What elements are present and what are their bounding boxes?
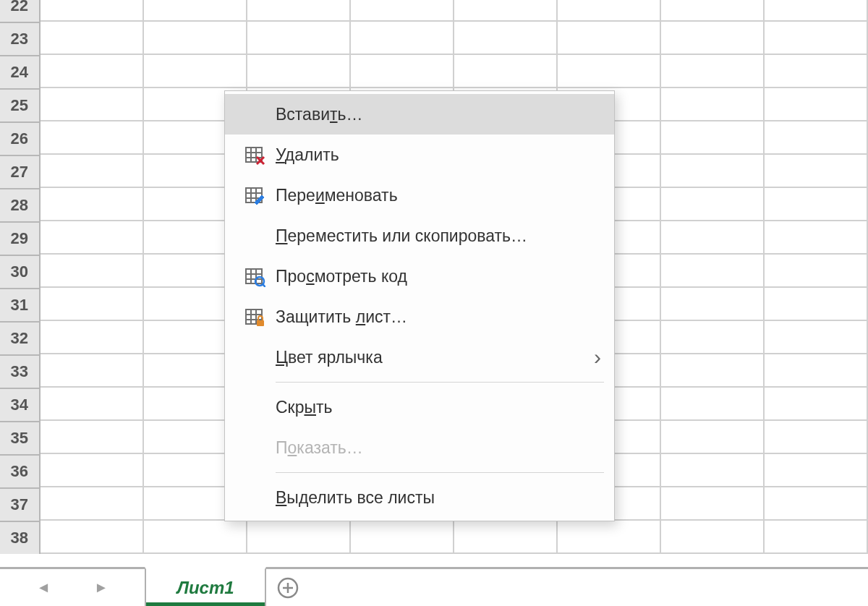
row-header[interactable]: 35 bbox=[0, 421, 41, 454]
grid-cell[interactable] bbox=[41, 288, 144, 321]
grid-cell[interactable] bbox=[661, 0, 765, 22]
grid-cell[interactable] bbox=[765, 487, 868, 521]
grid-cell[interactable] bbox=[41, 221, 144, 255]
grid-cell[interactable] bbox=[144, 55, 247, 88]
menu-item-select-all-sheets[interactable]: Выделить все листы bbox=[225, 477, 614, 518]
grid-cell[interactable] bbox=[144, 0, 247, 22]
row-header[interactable]: 36 bbox=[0, 454, 41, 487]
grid-cell[interactable] bbox=[41, 22, 144, 55]
grid-cell[interactable] bbox=[765, 354, 868, 388]
grid-cell[interactable] bbox=[454, 22, 558, 55]
grid-cell[interactable] bbox=[41, 321, 144, 354]
grid-cell[interactable] bbox=[765, 321, 868, 354]
grid-cell[interactable] bbox=[41, 55, 144, 88]
row-header[interactable]: 24 bbox=[0, 55, 41, 88]
grid-cell[interactable] bbox=[765, 55, 868, 88]
grid-cell[interactable] bbox=[765, 288, 868, 321]
row-header[interactable]: 32 bbox=[0, 321, 41, 354]
grid-cell[interactable] bbox=[247, 55, 351, 88]
row-header[interactable]: 33 bbox=[0, 354, 41, 388]
grid-cell[interactable] bbox=[351, 0, 454, 22]
grid-cell[interactable] bbox=[351, 55, 454, 88]
row-header[interactable]: 31 bbox=[0, 288, 41, 321]
grid-cell[interactable] bbox=[558, 55, 661, 88]
grid-cell[interactable] bbox=[765, 421, 868, 454]
grid-cell[interactable] bbox=[661, 121, 765, 155]
grid-cell[interactable] bbox=[41, 88, 144, 121]
grid-cell[interactable] bbox=[765, 22, 868, 55]
grid-cell[interactable] bbox=[41, 0, 144, 22]
row-header[interactable]: 30 bbox=[0, 255, 41, 288]
grid-cell[interactable] bbox=[41, 388, 144, 421]
sheet-nav-arrows[interactable]: ◄ ► bbox=[0, 569, 145, 606]
grid-cell[interactable] bbox=[41, 521, 144, 554]
row-header[interactable]: 25 bbox=[0, 88, 41, 121]
menu-item-rename[interactable]: Переименовать bbox=[225, 175, 614, 215]
grid-cell[interactable] bbox=[661, 188, 765, 221]
menu-item-move-or-copy[interactable]: Переместить или скопировать… bbox=[225, 215, 614, 256]
grid-cell[interactable] bbox=[351, 521, 454, 554]
grid-cell[interactable] bbox=[661, 421, 765, 454]
grid-cell[interactable] bbox=[765, 221, 868, 255]
grid-cell[interactable] bbox=[41, 487, 144, 521]
grid-cell[interactable] bbox=[765, 521, 868, 554]
grid-cell[interactable] bbox=[765, 388, 868, 421]
grid-cell[interactable] bbox=[661, 521, 765, 554]
grid-cell[interactable] bbox=[41, 354, 144, 388]
grid-cell[interactable] bbox=[765, 454, 868, 487]
menu-item-insert[interactable]: Вставить… bbox=[225, 94, 614, 135]
row-header[interactable]: 29 bbox=[0, 221, 41, 255]
grid-cell[interactable] bbox=[661, 354, 765, 388]
grid-cell[interactable] bbox=[661, 321, 765, 354]
menu-item-tab-color[interactable]: Цвет ярлычка› bbox=[225, 337, 614, 377]
grid-cell[interactable] bbox=[661, 221, 765, 255]
grid-cell[interactable] bbox=[41, 121, 144, 155]
grid-cell[interactable] bbox=[765, 155, 868, 188]
grid-cell[interactable] bbox=[454, 0, 558, 22]
row-header[interactable]: 26 bbox=[0, 121, 41, 155]
grid-cell[interactable] bbox=[247, 0, 351, 22]
grid-cell[interactable] bbox=[661, 288, 765, 321]
grid-cell[interactable] bbox=[558, 22, 661, 55]
grid-cell[interactable] bbox=[661, 487, 765, 521]
grid-cell[interactable] bbox=[41, 255, 144, 288]
grid-cell[interactable] bbox=[41, 421, 144, 454]
sheet-nav-next-icon[interactable]: ► bbox=[94, 579, 109, 596]
grid-cell[interactable] bbox=[41, 188, 144, 221]
grid-cell[interactable] bbox=[765, 121, 868, 155]
grid-cell[interactable] bbox=[558, 0, 661, 22]
row-header[interactable]: 37 bbox=[0, 487, 41, 521]
grid-cell[interactable] bbox=[765, 255, 868, 288]
grid-cell[interactable] bbox=[558, 521, 661, 554]
grid-cell[interactable] bbox=[661, 454, 765, 487]
row-header[interactable]: 34 bbox=[0, 388, 41, 421]
grid-cell[interactable] bbox=[247, 521, 351, 554]
menu-item-hide[interactable]: Скрыть bbox=[225, 387, 614, 427]
sheet-nav-prev-icon[interactable]: ◄ bbox=[36, 579, 51, 596]
grid-cell[interactable] bbox=[454, 521, 558, 554]
grid-cell[interactable] bbox=[144, 521, 247, 554]
menu-item-protect-sheet[interactable]: Защитить лист… bbox=[225, 296, 614, 337]
row-header[interactable]: 22 bbox=[0, 0, 41, 22]
grid-cell[interactable] bbox=[454, 55, 558, 88]
grid-cell[interactable] bbox=[144, 22, 247, 55]
grid-cell[interactable] bbox=[765, 0, 868, 22]
grid-cell[interactable] bbox=[661, 88, 765, 121]
add-sheet-button[interactable] bbox=[266, 569, 310, 606]
row-header[interactable]: 28 bbox=[0, 188, 41, 221]
grid-cell[interactable] bbox=[661, 55, 765, 88]
grid-cell[interactable] bbox=[41, 155, 144, 188]
row-header[interactable]: 38 bbox=[0, 521, 41, 554]
grid-cell[interactable] bbox=[765, 88, 868, 121]
menu-item-delete[interactable]: Удалить bbox=[225, 135, 614, 175]
sheet-tab-active[interactable]: Лист1 bbox=[145, 567, 266, 606]
grid-cell[interactable] bbox=[661, 255, 765, 288]
grid-cell[interactable] bbox=[661, 155, 765, 188]
grid-cell[interactable] bbox=[247, 22, 351, 55]
grid-cell[interactable] bbox=[41, 454, 144, 487]
menu-item-view-code[interactable]: Просмотреть код bbox=[225, 256, 614, 296]
grid-cell[interactable] bbox=[351, 22, 454, 55]
row-header[interactable]: 23 bbox=[0, 22, 41, 55]
grid-cell[interactable] bbox=[765, 188, 868, 221]
grid-cell[interactable] bbox=[661, 388, 765, 421]
